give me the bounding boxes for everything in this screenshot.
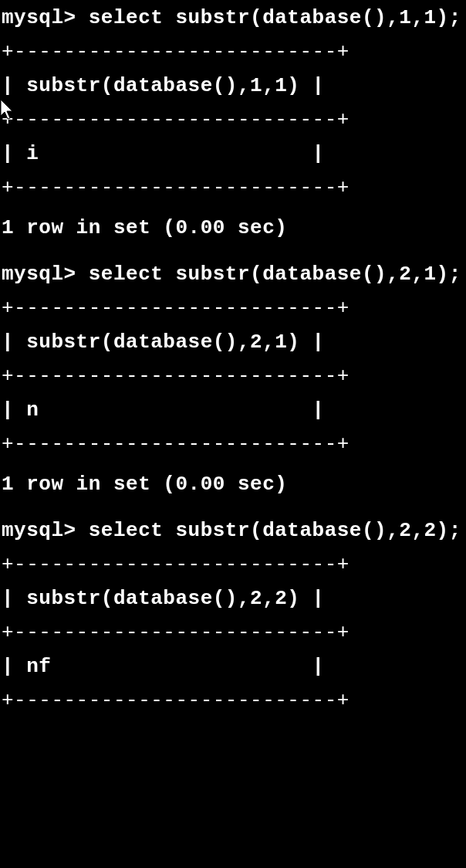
table-sep-mid-2: +--------------------------+ <box>2 366 466 389</box>
table-header-3: | substr(database(),2,2) | <box>2 588 466 612</box>
table-sep-top-3: +--------------------------+ <box>2 554 466 578</box>
table-sep-bot-1: +--------------------------+ <box>2 178 466 201</box>
table-header-2: | substr(database(),2,1) | <box>2 332 466 355</box>
table-sep-mid-1: +--------------------------+ <box>2 110 466 133</box>
mysql-prompt-line-1[interactable]: mysql> select substr(database(),1,1); <box>2 8 466 31</box>
table-sep-bot-3: +--------------------------+ <box>2 690 466 714</box>
table-sep-bot-2: +--------------------------+ <box>2 434 466 457</box>
table-sep-top-2: +--------------------------+ <box>2 298 466 321</box>
table-data-2: | n | <box>2 400 466 423</box>
status-line-1: 1 row in set (0.00 sec) <box>2 218 466 241</box>
table-data-3: | nf | <box>2 656 466 680</box>
status-line-2: 1 row in set (0.00 sec) <box>2 474 466 497</box>
mysql-prompt-line-2[interactable]: mysql> select substr(database(),2,1); <box>2 264 466 287</box>
mysql-prompt-line-3[interactable]: mysql> select substr(database(),2,2); <box>2 520 466 544</box>
table-data-1: | i | <box>2 144 466 167</box>
table-header-1: | substr(database(),1,1) | <box>2 76 466 99</box>
table-sep-top-1: +--------------------------+ <box>2 42 466 65</box>
table-sep-mid-3: +--------------------------+ <box>2 622 466 646</box>
